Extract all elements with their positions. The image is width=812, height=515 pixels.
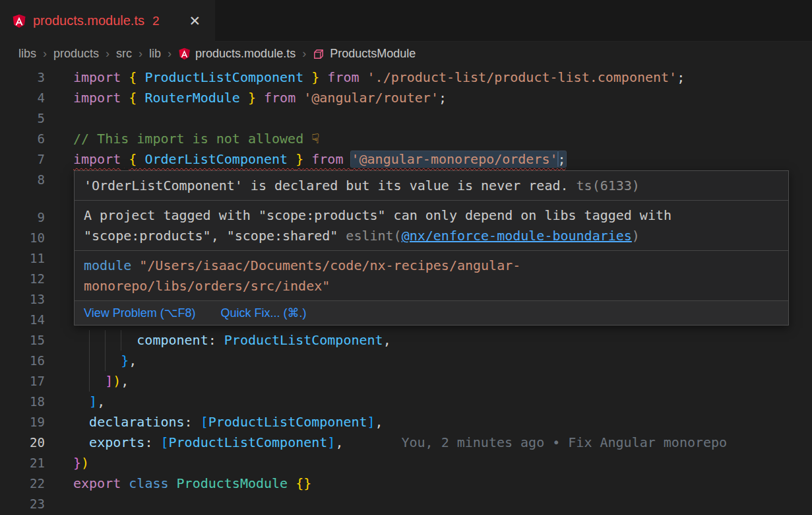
code-line-23[interactable]: 23 — [0, 494, 812, 514]
breadcrumb-separator: › — [106, 47, 109, 61]
token: export — [73, 475, 121, 491]
breadcrumb-separator: › — [139, 47, 142, 61]
indent-guide — [105, 351, 106, 371]
token: declarations — [89, 414, 185, 430]
code-line-4[interactable]: 4import { RouterModule } from '@angular/… — [0, 88, 812, 108]
token: { — [129, 90, 137, 106]
line-number[interactable]: 15 — [0, 330, 45, 351]
token: , — [375, 414, 383, 430]
line-number[interactable]: 13 — [0, 289, 45, 310]
token: '@angular-monorepo/orders' — [351, 151, 557, 167]
line-number[interactable]: 18 — [0, 392, 45, 412]
hover-actions: View Problem (⌥F8)Quick Fix... (⌘.) — [75, 301, 788, 325]
breadcrumb: libs›products›src›lib›products.module.ts… — [0, 42, 812, 66]
token: ProductListComponent — [169, 434, 328, 450]
token: [ — [201, 414, 208, 430]
line-number[interactable]: 11 — [0, 248, 45, 269]
token: , — [129, 353, 137, 368]
code-line-5[interactable]: 5 — [0, 108, 812, 129]
breadcrumb-item-lib[interactable]: lib — [149, 47, 161, 61]
token: ; — [558, 151, 566, 167]
code-line-16[interactable]: 16 }, — [0, 351, 812, 371]
token: } — [296, 151, 303, 167]
class-icon — [313, 48, 325, 60]
line-number[interactable]: 7 — [0, 149, 45, 170]
token: , — [335, 434, 343, 450]
breadcrumb-item-src[interactable]: src — [116, 47, 132, 61]
breadcrumb-separator: › — [168, 47, 172, 61]
eslint-rule-link[interactable]: @nx/enforce-module-boundaries — [402, 228, 632, 244]
token: // This import is not allowed — [73, 131, 311, 147]
close-icon[interactable]: ✕ — [186, 12, 203, 30]
token: } — [311, 69, 319, 85]
line-number[interactable]: 14 — [0, 310, 45, 330]
code-line-6[interactable]: 6// This import is not allowed ☟ — [0, 129, 812, 149]
token: import — [73, 90, 121, 106]
code-line-18[interactable]: 18 ], — [0, 392, 812, 412]
code-line-15[interactable]: 15 component: ProductListComponent, — [0, 330, 812, 351]
token: import — [73, 151, 121, 167]
token: A project tagged with "scope:products" c… — [84, 207, 671, 223]
code-line-22[interactable]: 22export class ProductsModule {} — [0, 473, 812, 494]
hover-text-line: "scope:products", "scope:shared" eslint(… — [84, 226, 779, 246]
diagnostic-ts: 'OrderListComponent' is declared but its… — [75, 171, 788, 201]
hover-sections: 'OrderListComponent' is declared but its… — [75, 171, 788, 301]
line-number[interactable]: 6 — [0, 129, 45, 149]
line-number[interactable]: 23 — [0, 494, 45, 514]
line-number[interactable]: 22 — [0, 473, 45, 494]
code-line-20[interactable]: 20 exports: [ProductListComponent],You, … — [0, 432, 812, 453]
token: eslint( — [346, 228, 401, 244]
token: : — [144, 434, 160, 450]
token: from — [256, 90, 303, 106]
token: : — [185, 414, 201, 430]
problem-hover-popup: 'OrderListComponent' is declared but its… — [74, 170, 789, 326]
token — [121, 475, 129, 491]
quick-fix-action[interactable]: Quick Fix... (⌘.) — [220, 306, 306, 320]
line-number[interactable]: 5 — [0, 108, 45, 129]
code-editor[interactable]: 3import { ProductListComponent } from '.… — [0, 66, 812, 515]
line-number[interactable]: 19 — [0, 412, 45, 432]
line-number[interactable]: 4 — [0, 88, 45, 108]
line-number[interactable]: 9 — [0, 207, 45, 228]
line-number[interactable]: 21 — [0, 453, 45, 473]
breadcrumb-item-products[interactable]: products — [53, 47, 99, 61]
token: {} — [296, 475, 311, 491]
code-content: import { OrderListComponent } from '@ang… — [73, 149, 566, 170]
tab-products-module-ts[interactable]: products.module.ts 2 ✕ — [0, 0, 215, 42]
line-number[interactable]: 20 — [0, 432, 45, 453]
token: ] — [327, 434, 335, 450]
line-number[interactable]: 17 — [0, 371, 45, 392]
token — [121, 69, 129, 85]
tab-title: products.module.ts — [33, 13, 144, 28]
token: ; — [677, 69, 685, 85]
token: from — [303, 151, 351, 167]
module-info: module "/Users/isaac/Documents/code/nx-r… — [75, 251, 788, 301]
line-number[interactable]: 12 — [0, 269, 45, 289]
token: ] — [367, 414, 375, 430]
code-line-19[interactable]: 19 declarations: [ProductListComponent], — [0, 412, 812, 432]
line-number[interactable]: 16 — [0, 351, 45, 371]
line-number[interactable]: 8 — [0, 170, 45, 190]
breadcrumb-label: lib — [149, 47, 161, 61]
token: monorepo/libs/orders/src/index" — [84, 278, 330, 294]
code-line-7[interactable]: 7import { OrderListComponent } from '@an… — [0, 149, 812, 170]
breadcrumb-item-products-module-ts[interactable]: products.module.ts — [178, 47, 296, 61]
breadcrumb-item-productsmodule[interactable]: ProductsModule — [313, 47, 416, 61]
breadcrumb-label: src — [116, 47, 132, 61]
breadcrumb-item-libs[interactable]: libs — [18, 47, 36, 61]
line-number[interactable]: 3 — [0, 67, 45, 88]
token — [169, 475, 177, 491]
token — [121, 90, 129, 106]
token: OrderListComponent — [137, 151, 296, 167]
token: , — [383, 332, 391, 348]
code-line-21[interactable]: 21}) — [0, 453, 812, 473]
line-number[interactable]: 10 — [0, 228, 45, 248]
code-content: ], — [73, 392, 105, 412]
view-problem-action[interactable]: View Problem (⌥F8) — [84, 306, 195, 320]
token: { — [129, 69, 137, 85]
code-line-3[interactable]: 3import { ProductListComponent } from '.… — [0, 67, 812, 88]
indent-guide — [121, 330, 121, 351]
code-line-17[interactable]: 17 ]), — [0, 371, 812, 392]
token — [73, 353, 121, 368]
code-content: }, — [73, 351, 137, 371]
